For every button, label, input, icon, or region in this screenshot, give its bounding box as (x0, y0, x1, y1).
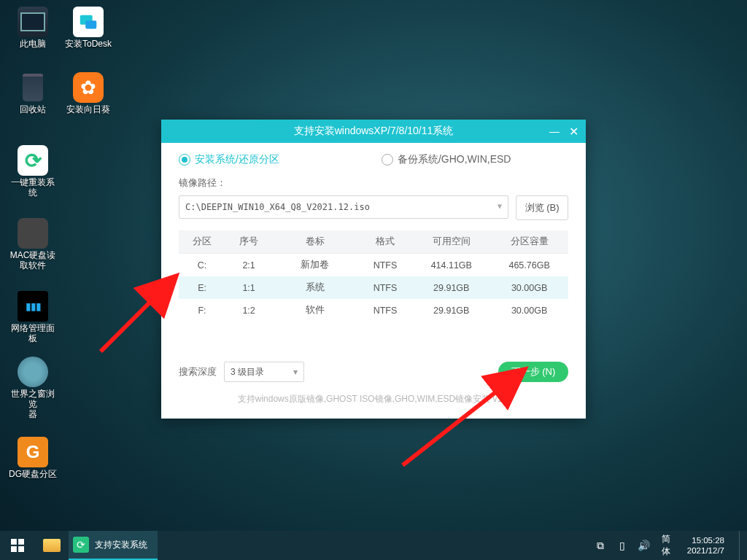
taskbar-file-explorer[interactable] (35, 531, 69, 560)
desktop-icon-recycle-bin[interactable]: 回收站 (7, 69, 58, 114)
minimize-button[interactable]: — (546, 123, 562, 139)
image-path-value: C:\DEEPIN_WIN10_X64_Q8_V2021.12.iso (185, 202, 370, 212)
desktop-icon-reinstall[interactable]: 一键重装系统 (7, 142, 58, 198)
network-panel-icon (18, 291, 48, 322)
reinstall-icon (18, 145, 48, 176)
desktop-icon-label: 网络管理面板 (7, 323, 58, 343)
desktop-icon-label: DG硬盘分区 (7, 469, 58, 479)
next-button[interactable]: 下一步 (N) (498, 362, 568, 382)
dg-icon (18, 437, 48, 467)
tray-battery-icon[interactable]: ▯ (616, 540, 629, 551)
partition-cell-size: 30.00GB (490, 299, 568, 322)
desktop-icon-label: 此电脑 (7, 39, 58, 49)
taskbar: ⟳ 支持安装系统 ⧉ ▯ 🔊 简体 15:05:28 2021/12/7 (0, 531, 747, 560)
partition-row[interactable]: F:1:2软件NTFS29.91GB30.00GB (179, 299, 568, 322)
col-size: 分区容量 (490, 230, 568, 254)
taskbar-app-label: 支持安装系统 (95, 539, 147, 551)
partition-row[interactable]: E:1:1系统NTFS29.91GB30.00GB (179, 276, 568, 299)
this-pc-icon (18, 7, 48, 37)
start-button[interactable] (0, 531, 35, 560)
partition-cell-format: NTFS (358, 254, 413, 277)
installer-app-icon: ⟳ (73, 537, 89, 553)
desktop-icon-dg-partition[interactable]: DG硬盘分区 (7, 434, 58, 479)
desktop-icon-label: MAC硬盘读 取软件 (7, 250, 58, 271)
partition-cell-part: E: (179, 276, 225, 299)
image-path-label: 镜像路径： (179, 176, 568, 190)
desktop-icon-mac-disk[interactable]: MAC硬盘读 取软件 (7, 215, 58, 271)
desktop-icon-label: 世界之窗浏览 器 (7, 389, 58, 419)
tray-network-icon[interactable]: ⧉ (594, 540, 607, 552)
partition-cell-part: F: (179, 299, 225, 322)
chevron-down-icon: ▼ (498, 202, 502, 210)
svg-rect-5 (18, 539, 24, 545)
partition-cell-size: 30.00GB (490, 276, 568, 299)
svg-rect-6 (11, 546, 17, 552)
taskbar-time: 15:05:28 (687, 535, 724, 545)
partition-cell-label: 软件 (272, 299, 357, 322)
col-index: 序号 (225, 230, 272, 254)
search-depth-value: 3 级目录 (231, 366, 264, 378)
radio-circle-icon (382, 154, 393, 166)
radio-dot-icon (179, 154, 190, 166)
desktop-icon-this-pc[interactable]: 此电脑 (7, 4, 58, 49)
installer-window: 支持安装windowsXP/7/8/10/11系统 — ✕ 安装系统/还原分区 … (161, 120, 586, 419)
close-button[interactable]: ✕ (565, 123, 581, 139)
tray-ime[interactable]: 简体 (659, 533, 673, 558)
col-partition: 分区 (179, 230, 225, 254)
svg-rect-7 (18, 546, 24, 552)
partition-row[interactable]: C:2:1新加卷NTFS414.11GB465.76GB (179, 254, 568, 277)
sunflower-icon (73, 72, 104, 103)
partition-cell-free: 29.91GB (412, 299, 490, 322)
svg-rect-1 (85, 20, 96, 28)
desktop-icon-label: 一键重装系统 (7, 177, 58, 198)
apple-icon (18, 218, 48, 249)
desktop-icon-label: 安装ToDesk (63, 39, 114, 49)
partition-cell-part: C: (179, 254, 225, 277)
partition-cell-free: 414.11GB (412, 254, 490, 277)
tray-volume-icon[interactable]: 🔊 (638, 540, 651, 551)
desktop-icon-sunflower[interactable]: 安装向日葵 (63, 69, 114, 114)
partition-cell-format: NTFS (358, 299, 413, 322)
image-path-dropdown[interactable]: C:\DEEPIN_WIN10_X64_Q8_V2021.12.iso ▼ (179, 195, 508, 219)
desktop-icon-label: 回收站 (7, 104, 58, 114)
partition-table: 分区 序号 卷标 格式 可用空间 分区容量 C:2:1新加卷NTFS414.11… (179, 230, 568, 322)
windows-logo-icon (11, 539, 24, 552)
partition-cell-index: 2:1 (225, 254, 272, 277)
taskbar-date: 2021/12/7 (687, 545, 724, 556)
installer-titlebar[interactable]: 支持安装windowsXP/7/8/10/11系统 — ✕ (161, 120, 586, 143)
show-desktop-button[interactable] (739, 531, 744, 560)
col-free: 可用空间 (412, 230, 490, 254)
desktop-icon-todesk[interactable]: 安装ToDesk (63, 4, 114, 49)
partition-cell-label: 系统 (272, 276, 357, 299)
desktop-icon-label: 安装向日葵 (63, 104, 114, 114)
partition-cell-index: 1:2 (225, 299, 272, 322)
col-label: 卷标 (272, 230, 357, 254)
installer-footer-note: 支持windows原版镜像,GHOST ISO镜像,GHO,WIM,ESD镜像安… (161, 393, 586, 405)
radio-label: 安装系统/还原分区 (195, 153, 279, 166)
partition-cell-size: 465.76GB (490, 254, 568, 277)
search-depth-label: 搜索深度 (179, 365, 217, 378)
partition-cell-label: 新加卷 (272, 254, 357, 277)
partition-cell-index: 1:1 (225, 276, 272, 299)
browse-button[interactable]: 浏览 (B) (516, 195, 568, 220)
recycle-bin-icon (18, 72, 48, 103)
radio-install-restore[interactable]: 安装系统/还原分区 (179, 153, 279, 166)
radio-backup[interactable]: 备份系统/GHO,WIN,ESD (382, 153, 511, 166)
desktop-icon-network-panel[interactable]: 网络管理面板 (7, 288, 58, 343)
taskbar-app-installer[interactable]: ⟳ 支持安装系统 (69, 531, 158, 560)
system-tray: ⧉ ▯ 🔊 简体 15:05:28 2021/12/7 (594, 531, 747, 560)
search-depth-select[interactable]: 3 级目录 (224, 362, 304, 382)
installer-title: 支持安装windowsXP/7/8/10/11系统 (294, 125, 454, 138)
desktop-icon-browser[interactable]: 世界之窗浏览 器 (7, 354, 58, 419)
todesk-icon (73, 7, 104, 37)
radio-label: 备份系统/GHO,WIN,ESD (398, 153, 511, 166)
svg-rect-4 (11, 539, 17, 545)
partition-cell-free: 29.91GB (412, 276, 490, 299)
globe-icon (18, 357, 48, 387)
partition-cell-format: NTFS (358, 276, 413, 299)
col-format: 格式 (358, 230, 413, 254)
taskbar-clock[interactable]: 15:05:28 2021/12/7 (681, 535, 730, 556)
